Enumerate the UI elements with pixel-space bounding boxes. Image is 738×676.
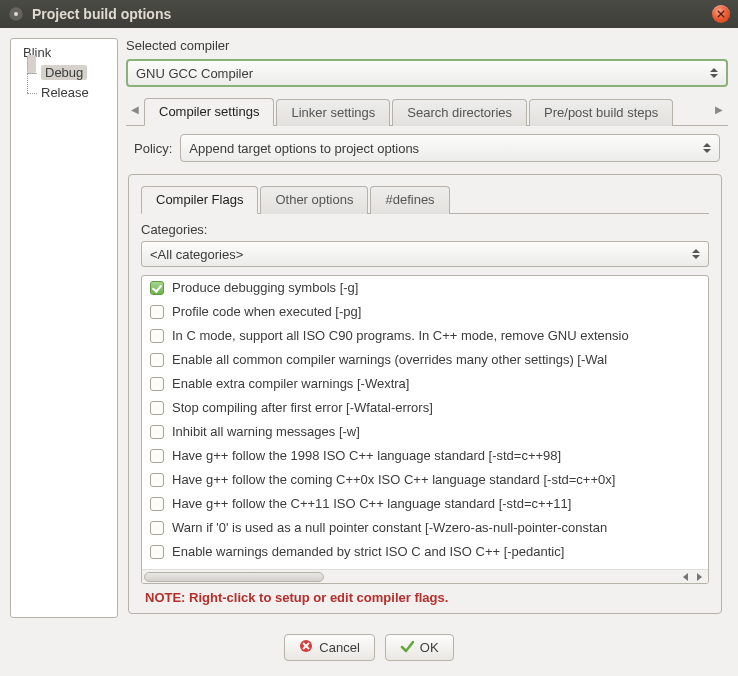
flag-row[interactable]: Enable warnings demanded by strict ISO C… [142,540,708,564]
flag-checkbox[interactable] [150,377,164,391]
tab-compiler-settings[interactable]: Compiler settings [144,98,274,126]
flag-checkbox[interactable] [150,401,164,415]
svg-point-1 [14,12,18,16]
cancel-icon [299,639,313,656]
tab-label: Search directories [407,105,512,120]
ok-label: OK [420,640,439,655]
flag-label: Warn if '0' is used as a null pointer co… [172,518,607,538]
targets-tree[interactable]: Blink Debug Release [10,38,118,618]
titlebar: Project build options [0,0,738,28]
flag-label: Have g++ follow the coming C++0x ISO C++… [172,470,615,490]
flag-checkbox[interactable] [150,497,164,511]
policy-value: Append target options to project options [189,141,419,156]
tab-label: Pre/post build steps [544,105,658,120]
tab-scroll-left[interactable]: ◀ [126,104,144,119]
note-text: NOTE: Right-click to setup or edit compi… [141,590,709,605]
flag-checkbox[interactable] [150,281,164,295]
flag-row[interactable]: Enable extra compiler warnings [-Wextra] [142,372,708,396]
flag-label: Enable all common compiler warnings (ove… [172,350,607,370]
flag-label: Inhibit all warning messages [-w] [172,422,360,442]
flag-label: Enable warnings demanded by strict ISO C… [172,542,564,562]
flag-row[interactable]: Produce debugging symbols [-g] [142,276,708,300]
flag-label: In C mode, support all ISO C90 programs.… [172,326,629,346]
tab-label: Compiler settings [159,104,259,119]
flag-row[interactable]: Profile code when executed [-pg] [142,300,708,324]
policy-combo[interactable]: Append target options to project options [180,134,720,162]
ok-icon [400,639,414,656]
tab-label: Linker settings [291,105,375,120]
subtab-label: #defines [385,192,434,207]
flag-label: Have g++ follow the C++11 ISO C++ langua… [172,494,571,514]
scroll-right-icon[interactable] [697,573,702,581]
selected-compiler-label: Selected compiler [126,38,728,53]
tree-item-release[interactable]: Release [13,83,115,103]
flag-checkbox[interactable] [150,353,164,367]
tab-scroll-right[interactable]: ▶ [710,104,728,119]
combo-spinner-icon [706,63,722,83]
close-button[interactable] [712,5,730,23]
flag-label: Stop compiling after first error [-Wfata… [172,398,433,418]
tab-pre-post-build-steps[interactable]: Pre/post build steps [529,99,673,126]
ok-button[interactable]: OK [385,634,454,661]
flag-row[interactable]: Stop compiling after first error [-Wfata… [142,396,708,420]
flag-row[interactable]: Warn if '0' is used as a null pointer co… [142,516,708,540]
scrollbar-thumb[interactable] [144,572,324,582]
flag-label: Enable extra compiler warnings [-Wextra] [172,374,409,394]
compiler-flags-list[interactable]: Produce debugging symbols [-g]Profile co… [141,275,709,584]
subtab-defines[interactable]: #defines [370,186,449,214]
policy-label: Policy: [134,141,172,156]
horizontal-scrollbar[interactable] [142,569,708,583]
flag-row[interactable]: Enable all common compiler warnings (ove… [142,348,708,372]
flag-checkbox[interactable] [150,545,164,559]
flag-label: Have g++ follow the 1998 ISO C++ languag… [172,446,561,466]
flag-label: Profile code when executed [-pg] [172,302,361,322]
flag-checkbox[interactable] [150,473,164,487]
flag-row[interactable]: Have g++ follow the coming C++0x ISO C++… [142,468,708,492]
flag-checkbox[interactable] [150,521,164,535]
flag-checkbox[interactable] [150,329,164,343]
tab-search-directories[interactable]: Search directories [392,99,527,126]
categories-value: <All categories> [150,247,243,262]
flag-row[interactable]: In C mode, support all ISO C90 programs.… [142,324,708,348]
compiler-combo[interactable]: GNU GCC Compiler [126,59,728,87]
flag-row[interactable]: Have g++ follow the C++11 ISO C++ langua… [142,492,708,516]
flag-checkbox[interactable] [150,449,164,463]
cancel-button[interactable]: Cancel [284,634,374,661]
flag-checkbox[interactable] [150,425,164,439]
tree-item-label: Release [41,85,89,100]
categories-combo[interactable]: <All categories> [141,241,709,267]
window-title: Project build options [32,6,171,22]
subtab-label: Other options [275,192,353,207]
categories-label: Categories: [141,222,709,237]
gear-icon [8,6,24,22]
tree-item-label: Debug [41,65,87,80]
flag-row[interactable]: Inhibit all warning messages [-w] [142,420,708,444]
dialog-buttons: Cancel OK [0,628,738,671]
cancel-label: Cancel [319,640,359,655]
flag-row[interactable]: Have g++ follow the 1998 ISO C++ languag… [142,444,708,468]
tree-item-debug[interactable]: Debug [13,63,115,83]
tab-linker-settings[interactable]: Linker settings [276,99,390,126]
combo-spinner-icon [699,137,715,159]
flag-label: Produce debugging symbols [-g] [172,278,358,298]
subtab-other-options[interactable]: Other options [260,186,368,214]
compiler-value: GNU GCC Compiler [136,66,253,81]
scroll-left-icon[interactable] [683,573,688,581]
compiler-settings-frame: Compiler Flags Other options #defines Ca… [128,174,722,614]
subtab-label: Compiler Flags [156,192,243,207]
flag-checkbox[interactable] [150,305,164,319]
subtab-compiler-flags[interactable]: Compiler Flags [141,186,258,214]
combo-spinner-icon [688,244,704,264]
